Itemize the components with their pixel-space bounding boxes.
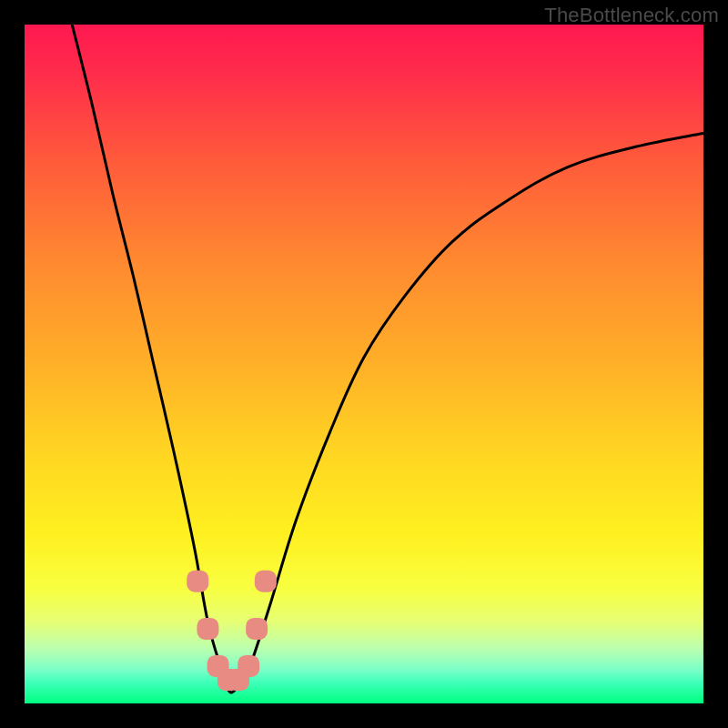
marker-dot <box>246 618 268 640</box>
highlight-markers <box>187 571 277 691</box>
marker-dot <box>255 571 277 592</box>
marker-dot <box>187 571 208 592</box>
marker-dot <box>238 655 259 677</box>
marker-dot <box>197 618 218 640</box>
chart-plot-area <box>25 25 703 703</box>
bottleneck-curve-path <box>72 25 703 693</box>
bottleneck-curve-svg <box>25 25 703 703</box>
